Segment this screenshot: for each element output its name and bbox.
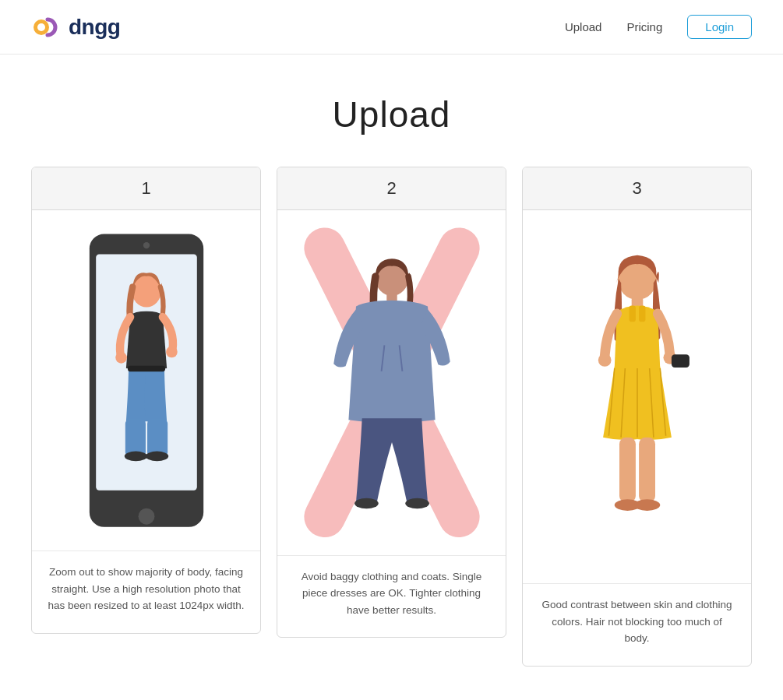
logo[interactable]: dngg bbox=[31, 11, 120, 44]
card-1-header: 1 bbox=[32, 167, 260, 210]
svg-point-12 bbox=[145, 452, 168, 462]
logo-text: dngg bbox=[69, 15, 120, 40]
svg-rect-10 bbox=[147, 420, 168, 456]
svg-point-7 bbox=[115, 352, 127, 364]
svg-point-11 bbox=[124, 452, 146, 462]
login-button[interactable]: Login bbox=[687, 15, 752, 39]
svg-point-4 bbox=[143, 242, 149, 248]
svg-point-5 bbox=[138, 508, 154, 525]
svg-point-20 bbox=[354, 498, 379, 508]
svg-point-8 bbox=[166, 346, 178, 358]
svg-rect-28 bbox=[671, 354, 689, 368]
card-2-caption: Avoid baggy clothing and coats. Single p… bbox=[277, 555, 506, 638]
svg-point-21 bbox=[405, 498, 429, 508]
logo-icon bbox=[31, 11, 64, 44]
svg-rect-25 bbox=[639, 305, 645, 322]
svg-point-37 bbox=[633, 499, 659, 511]
svg-rect-13 bbox=[127, 366, 164, 371]
main-nav: Upload Pricing Login bbox=[565, 15, 752, 39]
card-3-illustration bbox=[548, 226, 727, 568]
card-3-image bbox=[523, 210, 751, 583]
card-3-caption: Good contrast between skin and clothing … bbox=[523, 583, 751, 666]
card-2: 2 bbox=[277, 167, 506, 638]
card-3-header: 3 bbox=[523, 167, 751, 210]
svg-rect-34 bbox=[619, 438, 636, 503]
card-2-image bbox=[277, 210, 506, 555]
svg-point-1 bbox=[37, 23, 45, 31]
svg-rect-35 bbox=[639, 438, 655, 503]
card-1-illustration bbox=[57, 226, 236, 535]
nav-upload[interactable]: Upload bbox=[565, 20, 602, 33]
card-1: 1 bbox=[31, 167, 261, 634]
svg-rect-9 bbox=[125, 420, 145, 456]
card-3: 3 bbox=[522, 167, 752, 667]
svg-point-26 bbox=[598, 354, 611, 367]
site-header: dngg Upload Pricing Login bbox=[0, 0, 783, 55]
nav-pricing[interactable]: Pricing bbox=[626, 20, 662, 33]
svg-rect-24 bbox=[629, 305, 635, 322]
page-title: Upload bbox=[31, 93, 752, 135]
card-1-image bbox=[32, 210, 260, 551]
card-2-illustration bbox=[302, 226, 481, 540]
main-content: Upload 1 bbox=[0, 55, 783, 700]
card-1-caption: Zoom out to show majority of body, facin… bbox=[32, 551, 260, 633]
cards-row: 1 bbox=[31, 167, 752, 667]
card-2-header: 2 bbox=[277, 167, 506, 210]
